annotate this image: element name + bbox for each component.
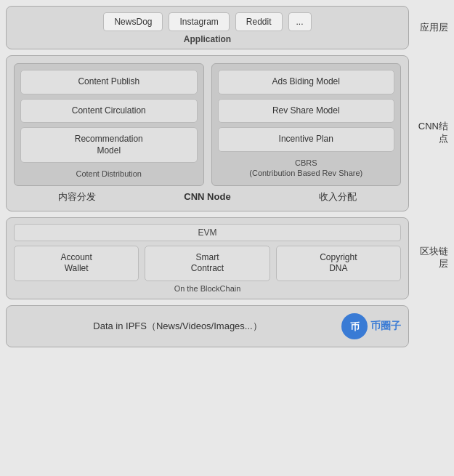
cnn-left-cn: 内容分发 [58, 190, 96, 203]
smart-contract-box: SmartContract [145, 246, 269, 281]
cotent-distribution-label: Cotent Distribution [20, 169, 198, 179]
incentive-plan-box: Incentive Plan [218, 127, 395, 152]
svg-text:币: 币 [350, 321, 360, 332]
recommendation-model-box: RecommendationModel [20, 127, 198, 163]
app-layer-box: NewsDog Instagram Reddit ... Application [6, 6, 409, 49]
rev-share-box: Rev Share Model [218, 99, 395, 124]
content-circulation-box: Content Circulation [20, 99, 198, 124]
data-layer-box: Data in IPFS（News/Videos/Images...） 币 币圈… [6, 305, 409, 347]
blockchain-layer: EVM AccountWallet SmartContract Copyrigh… [6, 217, 409, 299]
data-layer: Data in IPFS（News/Videos/Images...） 币 币圈… [6, 305, 409, 347]
main-container: NewsDog Instagram Reddit ... Application… [0, 0, 454, 476]
data-layer-row: Data in IPFS（News/Videos/Images...） 币 币圈… [6, 305, 448, 347]
cnn-node-label: CNN Node [184, 191, 230, 202]
cnn-layer: Content Publish Content Circulation Reco… [6, 55, 409, 211]
ads-biding-box: Ads Biding Model [218, 70, 395, 94]
cnn-right-panel: Ads Biding Model Rev Share Model Incenti… [211, 63, 402, 186]
logo-icon: 币 [341, 313, 368, 339]
app-icons-row: NewsDog Instagram Reddit ... [14, 12, 401, 31]
blockchain-label: 区块链层 [413, 246, 448, 270]
app-newsdog: NewsDog [103, 12, 163, 31]
cnn-layer-row: Content Publish Content Circulation Reco… [6, 55, 448, 211]
account-wallet-box: AccountWallet [14, 246, 139, 281]
blockchain-items: AccountWallet SmartContract CopyrightDNA [14, 246, 401, 281]
application-sublabel: Application [14, 34, 401, 46]
blockchain-layer-row: EVM AccountWallet SmartContract Copyrigh… [6, 217, 448, 299]
cnn-inner: Content Publish Content Circulation Reco… [14, 63, 401, 186]
cnn-layer-box: Content Publish Content Circulation Reco… [6, 55, 409, 211]
evm-bar: EVM [14, 224, 401, 241]
app-reddit: Reddit [235, 12, 283, 31]
cbrs-label: CBRS(Contribution Based Rev Share) [218, 158, 395, 179]
blockchain-sublabel: On the BlockChain [14, 284, 401, 293]
app-dots: ... [288, 12, 312, 31]
logo-area: 币 币圈子 [341, 313, 401, 339]
app-instagram: Instagram [169, 12, 229, 31]
data-ipfs-text: Data in IPFS（News/Videos/Images...） [14, 320, 341, 333]
logo-text: 币圈子 [370, 320, 401, 333]
cnn-label: CNN结点 [413, 121, 448, 145]
cnn-right-cn: 收入分配 [319, 190, 357, 203]
application-layer-row: NewsDog Instagram Reddit ... Application… [6, 6, 448, 49]
application-label: 应用层 [413, 22, 448, 34]
blockchain-layer-box: EVM AccountWallet SmartContract Copyrigh… [6, 217, 409, 299]
copyright-dna-box: CopyrightDNA [276, 246, 401, 281]
cnn-bottom-row: 内容分发 CNN Node 收入分配 [14, 190, 401, 203]
content-publish-box: Content Publish [20, 70, 198, 94]
cnn-left-panel: Content Publish Content Circulation Reco… [14, 63, 204, 186]
application-layer: NewsDog Instagram Reddit ... Application [6, 6, 409, 49]
